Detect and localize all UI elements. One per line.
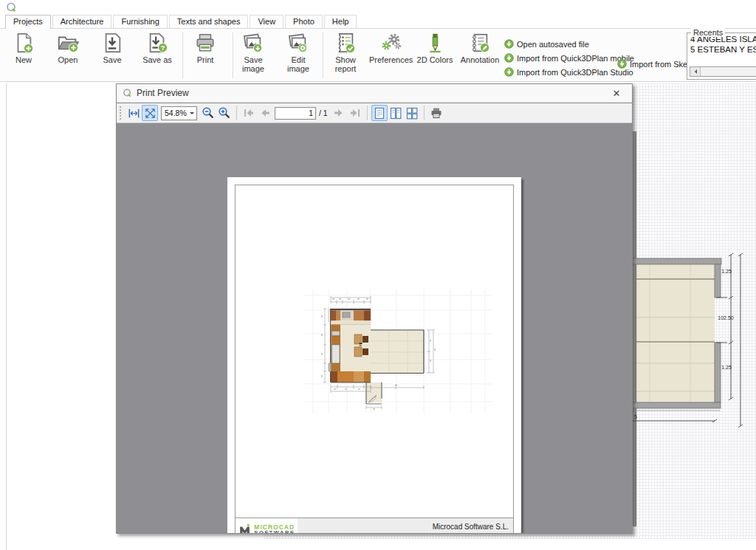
download-circle-icon — [617, 59, 627, 69]
save-as-button[interactable]: ? Save as — [137, 32, 178, 79]
scroll-left-button[interactable] — [690, 67, 701, 76]
printer-icon — [194, 32, 216, 54]
print-button[interactable]: Print — [188, 32, 222, 79]
toolbar-grip — [120, 106, 122, 120]
save-icon — [101, 32, 123, 54]
preview-page: MICROCAD SOFTWARE Microcad Software S.L.… — [227, 177, 521, 533]
page-number-input[interactable] — [275, 107, 316, 120]
show-report-button[interactable]: Show report — [329, 32, 362, 79]
import-quick3dplan-mobile-link[interactable]: Import from Quick3DPlan mobile — [504, 53, 634, 63]
two-page-view-button[interactable] — [388, 105, 404, 121]
fit-page-button[interactable] — [142, 105, 158, 121]
tab-furnishing[interactable]: Furnishing — [113, 15, 167, 28]
previous-page-icon — [258, 106, 272, 120]
four-page-view-button[interactable] — [404, 105, 420, 121]
dialog-title: Print Preview — [137, 88, 189, 98]
tab-help[interactable]: Help — [324, 15, 357, 28]
open-folder-icon — [57, 32, 79, 54]
chevron-down-icon — [190, 112, 194, 117]
last-page-icon — [348, 106, 362, 120]
tab-architecture[interactable]: Architecture — [52, 15, 112, 28]
save-image-button[interactable]: Save image — [236, 32, 270, 79]
dialog-title-bar[interactable]: Print Preview ✕ — [117, 84, 632, 103]
app-logo-q-icon — [6, 2, 17, 13]
fit-width-button[interactable] — [126, 105, 142, 121]
close-icon: ✕ — [613, 88, 621, 99]
recents-scrollbar[interactable] — [690, 66, 756, 77]
report-list-icon — [334, 32, 357, 54]
download-circle-icon — [504, 53, 514, 63]
background-floor-plan: 1.25 102.50 1.25 5 — [628, 236, 756, 432]
next-page-button[interactable] — [331, 105, 347, 121]
new-document-icon — [13, 32, 35, 54]
last-page-button[interactable] — [347, 105, 363, 121]
menu-tab-bar: Projects Architecture Furnishing Texts a… — [0, 16, 756, 29]
open-autosaved-file-link[interactable]: Open autosaved file — [504, 39, 589, 49]
zoom-level-value: 54.8% — [165, 109, 187, 117]
four-page-view-icon — [406, 107, 418, 120]
import-quick3dplan-studio-link[interactable]: Import from Quick3DPlan Studio — [504, 67, 633, 77]
preview-area: MICROCAD SOFTWARE Microcad Software S.L.… — [117, 123, 632, 533]
ribbon-separator — [233, 32, 233, 78]
app-window: { "tabs": [ { "label": "Projects" }, { "… — [0, 0, 756, 550]
floor-plan-preview — [304, 289, 492, 413]
dim-label: 1.25 — [721, 269, 732, 274]
download-circle-icon — [504, 39, 514, 49]
fit-width-icon — [128, 107, 140, 120]
panel-left-border — [6, 83, 7, 550]
dim-label: 1.25 — [721, 365, 732, 370]
date-placeholder: dd/mm/aaaa — [482, 532, 509, 534]
zoom-out-icon — [202, 106, 215, 120]
next-page-icon — [332, 106, 346, 120]
tab-view[interactable]: View — [250, 15, 284, 28]
page-inner-border: MICROCAD SOFTWARE Microcad Software S.L.… — [235, 185, 514, 533]
dim-label: 5 — [634, 414, 637, 419]
tab-photo[interactable]: Photo — [285, 15, 323, 28]
dialog-q-logo-icon — [123, 89, 132, 98]
first-page-icon — [242, 106, 255, 120]
first-page-button[interactable] — [241, 105, 257, 121]
fit-page-icon — [144, 107, 157, 120]
recents-title: Recents — [691, 28, 725, 37]
zoom-level-combobox[interactable]: 54.8% — [161, 106, 197, 120]
microcad-m-icon — [238, 523, 252, 534]
save-button[interactable]: Save — [94, 32, 130, 79]
ribbon-separator — [182, 32, 183, 78]
zoom-in-button[interactable] — [216, 105, 233, 121]
print-preview-toolbar: 54.8% — [117, 103, 632, 123]
recent-project-item[interactable]: 5 ESTEBAN Y ESPE — [690, 45, 756, 54]
previous-page-button[interactable] — [257, 105, 273, 121]
ribbon-separator — [323, 32, 323, 78]
zoom-out-button[interactable] — [200, 105, 216, 121]
tab-projects[interactable]: Projects — [5, 15, 51, 29]
tab-texts-and-shapes[interactable]: Texts and shapes — [169, 15, 249, 28]
microcad-logo: MICROCAD SOFTWARE — [236, 518, 298, 533]
print-page-button[interactable] — [428, 105, 444, 121]
ribbon-toolbar: New Open Save ? Save as — [0, 30, 756, 82]
new-button[interactable]: New — [7, 32, 40, 79]
page-footer: MICROCAD SOFTWARE Microcad Software S.L.… — [236, 518, 513, 533]
page-total-label: / 1 — [319, 109, 328, 117]
edit-image-icon — [287, 32, 309, 54]
save-image-icon — [242, 32, 264, 54]
toolbar-separator — [424, 106, 425, 120]
download-circle-icon — [504, 67, 514, 77]
annotation-button[interactable]: Annotation — [459, 32, 501, 79]
single-page-view-icon — [374, 107, 385, 120]
gears-icon — [379, 32, 402, 54]
dim-label: 102.50 — [718, 315, 734, 320]
single-page-view-button[interactable] — [371, 105, 388, 121]
close-button[interactable]: ✕ — [607, 86, 626, 100]
zoom-in-icon — [218, 106, 231, 120]
preferences-button[interactable]: Preferences — [369, 32, 412, 79]
recents-panel: Recents 4 ANGELES ISLA C 5 ESTEBAN Y ESP… — [687, 32, 756, 80]
save-as-icon: ? — [146, 32, 168, 54]
edit-image-button[interactable]: Edit image — [282, 32, 315, 79]
footer-info: Microcad Software S.L. dd/mm/aaaa — [298, 518, 513, 533]
2d-colors-button[interactable]: 2D Colors — [415, 32, 455, 79]
company-name: Microcad Software S.L. — [433, 523, 509, 531]
open-button[interactable]: Open — [49, 32, 87, 79]
toolbar-separator — [367, 106, 368, 120]
two-page-view-icon — [390, 107, 402, 120]
printer-icon — [430, 106, 443, 120]
